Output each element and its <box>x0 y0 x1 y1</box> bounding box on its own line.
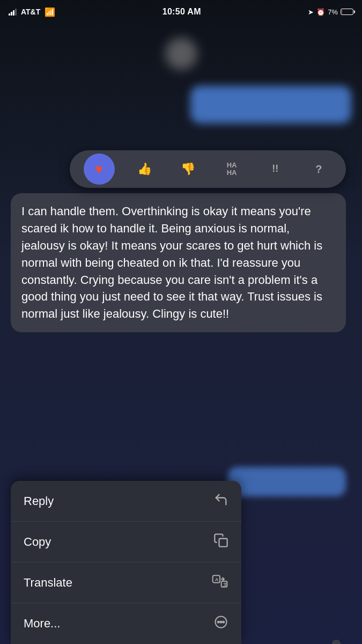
reaction-heart[interactable]: ♥ <box>84 153 115 185</box>
more-label: More... <box>24 617 60 631</box>
more-icon <box>213 614 228 633</box>
reaction-question[interactable]: ? <box>305 156 332 182</box>
message-bubble: I can handle them. Overthinking is okay … <box>11 193 346 332</box>
thumbsdown-icon: 👎 <box>181 162 195 176</box>
svg-point-7 <box>220 621 222 623</box>
alarm-icon: ⏰ <box>316 8 325 16</box>
signal-bar-3 <box>13 10 14 16</box>
avatar-blur <box>165 38 197 70</box>
thumbsup-icon: 👍 <box>137 162 152 176</box>
svg-point-6 <box>218 621 219 623</box>
message-text: I can handle them. Overthinking is okay … <box>21 203 335 323</box>
reply-icon <box>213 492 228 510</box>
battery-icon <box>341 9 353 15</box>
menu-translate[interactable]: Translate A 文 <box>11 562 241 603</box>
signal-bar-4 <box>15 9 17 16</box>
reaction-haha[interactable]: HAHA <box>218 156 245 182</box>
svg-text:文: 文 <box>223 581 227 587</box>
heart-icon: ♥ <box>95 161 103 178</box>
svg-rect-0 <box>219 538 227 546</box>
svg-text:A: A <box>215 577 219 582</box>
message-blur-top <box>190 86 351 123</box>
menu-copy[interactable]: Copy <box>11 522 241 562</box>
exclaim-icon: !! <box>272 164 278 174</box>
time-display: 10:50 AM <box>162 7 201 17</box>
svg-point-8 <box>223 621 224 623</box>
haha-icon: HAHA <box>227 162 237 177</box>
signal-bar-1 <box>9 13 10 16</box>
reaction-thumbsdown[interactable]: 👎 <box>175 156 202 182</box>
reaction-thumbsup[interactable]: 👍 <box>131 156 158 182</box>
carrier-label: AT&T <box>21 8 40 16</box>
question-icon: ? <box>315 163 322 175</box>
location-icon: ➤ <box>308 8 314 16</box>
reaction-exclaim[interactable]: !! <box>262 156 289 182</box>
signal-bar-2 <box>11 12 12 16</box>
reaction-bar: ♥ 👍 👎 HAHA !! ? <box>70 150 346 188</box>
copy-label: Copy <box>24 535 51 549</box>
menu-more[interactable]: More... <box>11 603 241 644</box>
context-menu: Reply Copy Translate A <box>11 481 241 644</box>
menu-reply[interactable]: Reply <box>11 481 241 522</box>
wifi-icon: 📶 <box>45 7 55 17</box>
copy-icon <box>213 533 228 551</box>
signal-bars <box>9 9 17 16</box>
status-left: AT&T 📶 <box>9 7 55 17</box>
status-right: ➤ ⏰ 7% <box>308 8 353 16</box>
translate-icon: A 文 <box>211 573 228 593</box>
message-blur-bottom <box>228 467 346 496</box>
reply-label: Reply <box>24 494 54 508</box>
translate-label: Translate <box>24 576 72 590</box>
status-bar: AT&T 📶 10:50 AM ➤ ⏰ 7% <box>0 0 362 24</box>
battery-percent: 7% <box>328 8 338 16</box>
